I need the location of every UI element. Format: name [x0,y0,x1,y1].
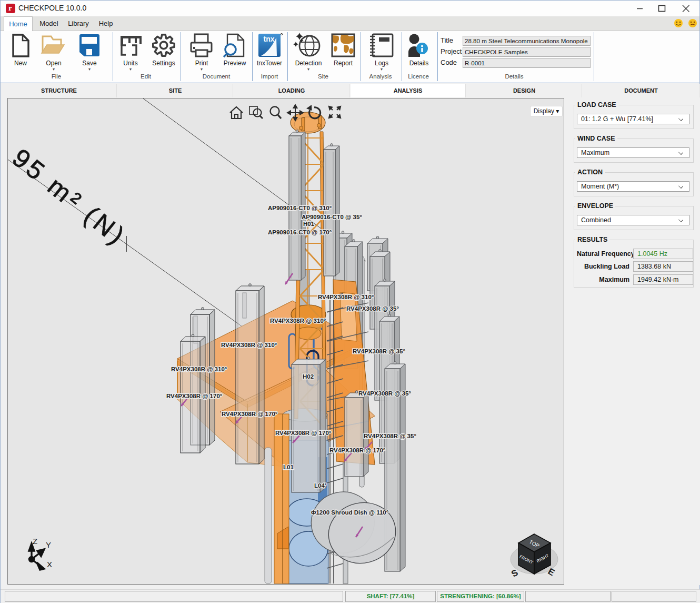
svg-text:X: X [47,560,52,569]
svg-text:RV4PX308R @ 170°: RV4PX308R @ 170° [275,430,332,436]
svg-text:RV4PX308R @ 170°: RV4PX308R @ 170° [222,411,278,417]
svg-text:RV4PX308R @ 35°: RV4PX308R @ 35° [346,305,399,312]
svg-text:RV4PX308R @ 35°: RV4PX308R @ 35° [353,348,405,354]
svg-text:Φ1200 Shroud Dish @ 110°: Φ1200 Shroud Dish @ 110° [311,509,389,516]
svg-text:H02: H02 [303,373,314,380]
svg-text:AP909016-CT0 @ 170°: AP909016-CT0 @ 170° [268,229,332,235]
svg-text:Y: Y [46,540,51,549]
svg-text:RV4PX308R @ 310°: RV4PX308R @ 310° [270,318,326,324]
svg-text:RV4PX308R @ 35°: RV4PX308R @ 35° [358,390,411,397]
svg-text:tnx: tnx [264,35,275,43]
svg-text:Z: Z [33,537,37,546]
svg-text:RV4PX308R @ 170°: RV4PX308R @ 170° [329,447,386,453]
svg-text:AP909016-CT0 @ 35°: AP909016-CT0 @ 35° [302,214,362,220]
svg-text:H01: H01 [303,221,315,227]
svg-text:RV4PX308R @ 310°: RV4PX308R @ 310° [221,342,277,348]
svg-text:AP909016-CT0 @ 310°: AP909016-CT0 @ 310° [268,205,332,211]
svg-text:L01: L01 [283,464,294,470]
svg-text:RV4PX308R @ 310°: RV4PX308R @ 310° [171,366,227,372]
svg-text:L04': L04' [314,482,326,489]
svg-text:95 m² (N): 95 m² (N) [8,143,132,252]
svg-text:RV4PX308R @ 35°: RV4PX308R @ 35° [364,433,416,439]
svg-text:RV4PX308R @ 310°: RV4PX308R @ 310° [318,294,374,300]
svg-text:RV4PX308R @ 170°: RV4PX308R @ 170° [166,393,223,399]
